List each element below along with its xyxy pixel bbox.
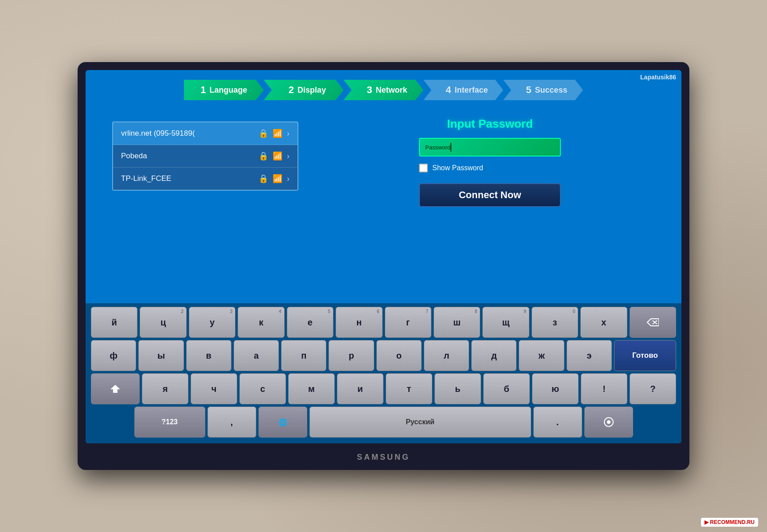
key-ч[interactable]: ч — [191, 373, 237, 404]
key-м[interactable]: м — [288, 373, 335, 404]
keyboard-row-1: й 2ц 3у 4к 5е 6н 7г 8ш 9щ 0з х — [91, 307, 676, 338]
network-icons-1: 🔒 📶 › — [258, 151, 290, 161]
key-ж[interactable]: ж — [519, 340, 564, 371]
network-name-0: vrline.net (095-59189( — [121, 129, 258, 138]
key-а[interactable]: а — [234, 340, 279, 371]
keyboard-row-2: ф ы в а п р о л д ж э Готово — [91, 340, 676, 371]
show-password-label: Show Password — [432, 164, 483, 172]
key-л[interactable]: л — [424, 340, 469, 371]
key-ц[interactable]: 2ц — [140, 307, 186, 338]
step-1-label: Language — [210, 86, 247, 95]
tv-body: Lapatusik86 1 Language 2 Display 3 Netwo… — [78, 62, 689, 470]
network-icons-2: 🔒 📶 › — [258, 174, 290, 184]
connect-now-button[interactable]: Connect Now — [419, 183, 561, 207]
wifi-icon-1: 📶 — [273, 151, 282, 161]
key-у[interactable]: 3у — [189, 307, 235, 338]
network-list: vrline.net (095-59189( 🔒 📶 › Pobeda 🔒 📶 … — [112, 121, 298, 191]
key-question[interactable]: ? — [630, 373, 676, 404]
network-item-2[interactable]: TP-Link_FCEE 🔒 📶 › — [113, 168, 297, 190]
key-х[interactable]: х — [580, 307, 627, 338]
network-name-1: Pobeda — [121, 152, 258, 160]
lock-icon-1: 🔒 — [258, 151, 268, 161]
key-п[interactable]: п — [281, 340, 326, 371]
recommend-badge: ▶ RECOMMEND.RU — [701, 518, 758, 527]
key-comma[interactable]: , — [207, 407, 256, 438]
key-audio[interactable] — [584, 407, 633, 438]
step-3-label: Network — [376, 86, 407, 95]
step-4-number: 4 — [446, 84, 451, 96]
key-exclamation[interactable]: ! — [581, 373, 627, 404]
key-period[interactable]: . — [533, 407, 582, 438]
keyboard-row-3: я ч с м и т ь б ю ! ? — [91, 373, 676, 404]
key-ы[interactable]: ы — [138, 340, 184, 371]
key-с[interactable]: с — [239, 373, 286, 404]
password-cursor — [450, 143, 451, 152]
key-р[interactable]: р — [329, 340, 374, 371]
network-item-0[interactable]: vrline.net (095-59189( 🔒 📶 › — [113, 122, 297, 145]
arrow-icon-1: › — [287, 152, 290, 161]
key-shift[interactable] — [91, 373, 140, 404]
keyboard: й 2ц 3у 4к 5е 6н 7г 8ш 9щ 0з х ф ы в а — [86, 303, 681, 443]
password-input[interactable]: Password — [419, 138, 561, 156]
key-и[interactable]: и — [337, 373, 384, 404]
step-2-label: Display — [297, 86, 326, 95]
key-й[interactable]: й — [91, 307, 137, 338]
keyboard-row-4: ?123 , 🌐 Русский . — [91, 407, 676, 438]
network-name-2: TP-Link_FCEE — [121, 174, 258, 183]
key-123[interactable]: ?123 — [134, 407, 205, 438]
key-space[interactable]: Русский — [309, 407, 531, 438]
watermark: Lapatusik86 — [640, 74, 676, 81]
key-ю[interactable]: ю — [532, 373, 579, 404]
tv-screen: Lapatusik86 1 Language 2 Display 3 Netwo… — [86, 70, 681, 443]
step-5-label: Success — [535, 86, 567, 95]
key-т[interactable]: т — [386, 373, 432, 404]
key-н[interactable]: 6н — [336, 307, 382, 338]
key-д[interactable]: д — [471, 340, 517, 371]
network-icons-0: 🔒 📶 › — [258, 129, 290, 138]
step-3[interactable]: 3 Network — [344, 80, 423, 100]
step-2[interactable]: 2 Display — [264, 80, 344, 100]
step-4[interactable]: 4 Interface — [423, 80, 503, 100]
step-4-label: Interface — [455, 86, 488, 95]
key-ф[interactable]: ф — [91, 340, 136, 371]
lock-icon-0: 🔒 — [258, 129, 268, 138]
keyboard-language-label: Русский — [406, 418, 434, 426]
show-password-checkbox[interactable] — [419, 164, 428, 172]
key-к[interactable]: 4к — [238, 307, 284, 338]
key-о[interactable]: о — [376, 340, 422, 371]
arrow-icon-0: › — [287, 129, 290, 138]
svg-marker-3 — [110, 385, 120, 393]
key-ь[interactable]: ь — [434, 373, 481, 404]
step-3-number: 3 — [367, 84, 372, 96]
samsung-logo: SAMSUNG — [357, 453, 410, 462]
key-в[interactable]: в — [186, 340, 231, 371]
key-е[interactable]: 5е — [287, 307, 333, 338]
lock-icon-2: 🔒 — [258, 174, 268, 184]
key-ш[interactable]: 8ш — [434, 307, 480, 338]
key-щ[interactable]: 9щ — [482, 307, 529, 338]
step-1-number: 1 — [200, 84, 206, 96]
password-panel: Input Password Password Show Password Co… — [325, 113, 655, 294]
wifi-icon-0: 📶 — [273, 129, 282, 138]
step-2-number: 2 — [289, 84, 294, 96]
key-б[interactable]: б — [483, 373, 530, 404]
key-з[interactable]: 0з — [532, 307, 578, 338]
network-item-1[interactable]: Pobeda 🔒 📶 › — [113, 145, 297, 168]
key-г[interactable]: 7г — [385, 307, 431, 338]
main-content: vrline.net (095-59189( 🔒 📶 › Pobeda 🔒 📶 … — [86, 108, 681, 303]
step-5[interactable]: 5 Success — [503, 80, 583, 100]
wifi-icon-2: 📶 — [273, 174, 282, 184]
key-done[interactable]: Готово — [614, 340, 676, 371]
key-globe[interactable]: 🌐 — [258, 407, 307, 438]
key-backspace[interactable] — [630, 307, 676, 338]
arrow-icon-2: › — [287, 174, 290, 184]
password-value: Password — [425, 144, 450, 151]
key-э[interactable]: э — [567, 340, 612, 371]
step-5-number: 5 — [526, 84, 531, 96]
input-password-title: Input Password — [447, 117, 533, 131]
connect-now-label: Connect Now — [459, 189, 521, 201]
key-я[interactable]: я — [142, 373, 188, 404]
step-1[interactable]: 1 Language — [184, 80, 264, 100]
progress-bar: 1 Language 2 Display 3 Network 4 Interfa… — [86, 70, 681, 108]
svg-point-5 — [607, 420, 610, 424]
